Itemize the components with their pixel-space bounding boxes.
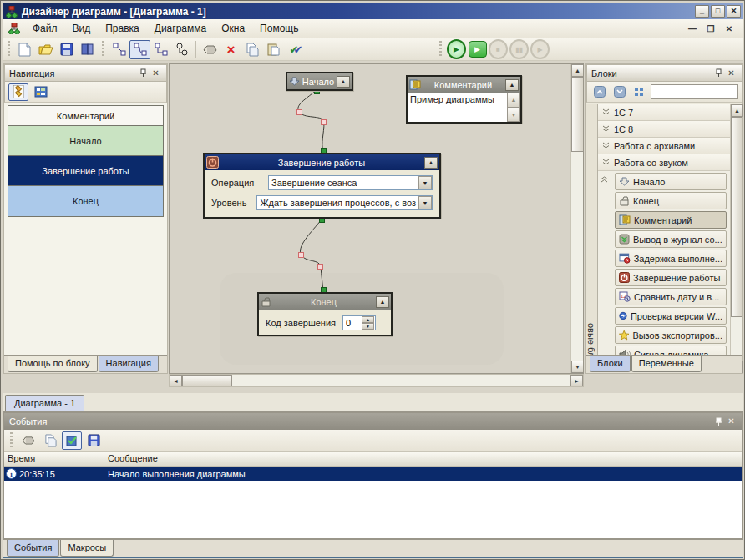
exit-code-spinner[interactable]: ▲ ▼ <box>342 315 376 330</box>
new-document-button[interactable] <box>14 40 35 59</box>
pin-icon[interactable] <box>712 68 725 79</box>
scroll-down-icon[interactable]: ▼ <box>507 108 520 123</box>
connector-control-point[interactable] <box>321 119 327 125</box>
scroll-right-icon[interactable]: ► <box>570 375 583 386</box>
connector-control-point[interactable] <box>317 264 323 270</box>
column-message[interactable]: Сообщение <box>104 452 742 466</box>
save-events-button[interactable] <box>84 431 104 450</box>
scroll-thumb[interactable] <box>731 117 742 317</box>
collapse-all-button[interactable] <box>590 83 608 101</box>
menu-edit[interactable]: Правка <box>98 20 147 37</box>
copy-events-button[interactable] <box>40 431 60 450</box>
diagram-canvas[interactable]: Начало ▲ Комментарий ▲ Пример диаграммы … <box>169 63 584 374</box>
open-button[interactable] <box>35 40 56 59</box>
scroll-thumb[interactable] <box>571 77 584 152</box>
collapse-button[interactable]: ▲ <box>505 79 519 91</box>
maximize-button[interactable]: □ <box>711 5 725 18</box>
connector-points-tool[interactable] <box>171 40 192 59</box>
close-button[interactable]: ✕ <box>727 5 741 18</box>
blocks-group-side-tab[interactable]: овые блоки <box>586 104 598 373</box>
mdi-child-icon[interactable] <box>8 23 20 34</box>
copy-button[interactable] <box>241 40 262 59</box>
resume-button[interactable]: ▶ <box>530 40 550 59</box>
toolbar-grip[interactable] <box>6 41 12 58</box>
spin-down-icon[interactable]: ▼ <box>362 323 374 330</box>
category-archives[interactable]: Работа с архивами <box>598 138 730 154</box>
block-item-shutdown[interactable]: Завершение работы <box>615 269 727 286</box>
comment-text[interactable]: Пример диаграммы <box>408 93 507 122</box>
spin-up-icon[interactable]: ▲ <box>362 316 374 323</box>
level-select[interactable]: Ждать завершения процессов, с воз ▼ <box>256 195 433 210</box>
connector-control-point[interactable] <box>296 109 302 115</box>
group-view-button[interactable] <box>631 83 648 101</box>
pin-icon[interactable] <box>712 416 725 427</box>
tab-diagram-1[interactable]: Диаграмма - 1 <box>5 395 84 411</box>
tab-macros[interactable]: Макросы <box>60 540 114 557</box>
toolbar-grip[interactable] <box>438 41 443 58</box>
flow-view-button[interactable] <box>8 83 28 101</box>
grid-view-button[interactable] <box>31 83 51 101</box>
tab-navigation[interactable]: Навигация <box>99 356 159 372</box>
nav-item-start[interactable]: Начало <box>8 126 163 156</box>
scroll-down-icon[interactable]: ▼ <box>571 361 584 373</box>
block-item-end[interactable]: Конец <box>615 192 727 209</box>
block-item-delay[interactable]: Задержка выполне... <box>615 250 727 267</box>
pin-icon[interactable] <box>137 68 150 79</box>
block-item-export-call[interactable]: Вызов экспортиров... <box>615 326 727 344</box>
block-start[interactable]: Начало ▲ <box>286 72 353 91</box>
canvas-horizontal-scrollbar[interactable]: ◄ ► <box>169 374 584 387</box>
block-item-compare-date[interactable]: 12 Сравнить дату и в... <box>615 288 727 305</box>
menu-help[interactable]: Помощь <box>252 20 306 37</box>
mdi-restore-button[interactable]: ❐ <box>705 24 717 33</box>
menu-file[interactable]: Файл <box>25 20 65 37</box>
nav-item-end[interactable]: Конец <box>8 186 163 216</box>
connector-line-tool[interactable] <box>109 40 129 59</box>
connector-elbow-tool[interactable] <box>150 40 171 59</box>
double-chevron-up-icon[interactable] <box>601 176 608 184</box>
connector-control-point[interactable] <box>298 252 304 258</box>
collapse-button[interactable]: ▲ <box>376 296 389 308</box>
event-row[interactable]: i 20:35:15 Начало выполнения диаграммы <box>4 467 742 481</box>
operation-select[interactable]: Завершение сеанса ▼ <box>268 175 433 190</box>
scroll-up-icon[interactable]: ▲ <box>571 64 584 77</box>
toolbar-grip[interactable] <box>8 432 14 449</box>
block-item-comment[interactable]: Комментарий <box>615 211 727 229</box>
tab-blocks[interactable]: Блоки <box>590 356 631 372</box>
tab-variables[interactable]: Переменные <box>631 356 702 372</box>
tab-events[interactable]: События <box>7 540 59 557</box>
menu-diagram[interactable]: Диаграмма <box>147 20 214 37</box>
close-icon[interactable]: ✕ <box>150 68 162 79</box>
close-icon[interactable]: ✕ <box>725 416 737 427</box>
block-end[interactable]: Конец ▲ Код завершения ▲ ▼ <box>257 292 393 336</box>
menu-windows[interactable]: Окна <box>214 20 252 37</box>
clear-events-button[interactable] <box>18 431 38 450</box>
connector-curve-tool[interactable] <box>129 40 150 59</box>
scroll-thumb[interactable] <box>182 375 232 386</box>
block-item-start[interactable]: Начало <box>615 173 727 190</box>
block-shutdown[interactable]: Завершение работы ▲ Операция Завершение … <box>203 153 441 219</box>
delete-button[interactable]: × <box>220 40 241 59</box>
nav-item-shutdown[interactable]: Завершение работы <box>8 156 163 186</box>
blocks-search-input[interactable] <box>651 84 738 99</box>
menu-view[interactable]: Вид <box>65 20 99 37</box>
column-time[interactable]: Время <box>4 452 104 466</box>
tab-block-help[interactable]: Помощь по блоку <box>8 356 98 372</box>
toolbar-grip[interactable] <box>100 41 106 58</box>
save-button[interactable] <box>56 40 77 59</box>
mdi-minimize-button[interactable]: — <box>687 24 698 33</box>
category-1c8[interactable]: 1С 8 <box>598 121 730 138</box>
mdi-close-button[interactable]: ✕ <box>723 24 735 33</box>
canvas-vertical-scrollbar[interactable]: ▲ ▼ <box>570 64 583 373</box>
validate-button[interactable]: ✔✔ <box>283 40 304 59</box>
collapse-button[interactable]: ▲ <box>337 76 350 88</box>
scroll-up-icon[interactable]: ▲ <box>731 104 743 117</box>
block-item-journal[interactable]: Вывод в журнал со... <box>615 230 727 248</box>
scroll-up-icon[interactable]: ▲ <box>507 93 520 108</box>
run-diagram-button[interactable]: ▶ <box>446 40 467 59</box>
pause-button[interactable]: ▮▮ <box>509 40 530 59</box>
nav-item-comment[interactable]: Комментарий <box>8 106 163 126</box>
minimize-button[interactable]: _ <box>695 5 709 18</box>
scroll-left-icon[interactable]: ◄ <box>170 375 182 386</box>
paste-button[interactable] <box>262 40 283 59</box>
category-sound[interactable]: Работа со звуком <box>598 154 730 171</box>
